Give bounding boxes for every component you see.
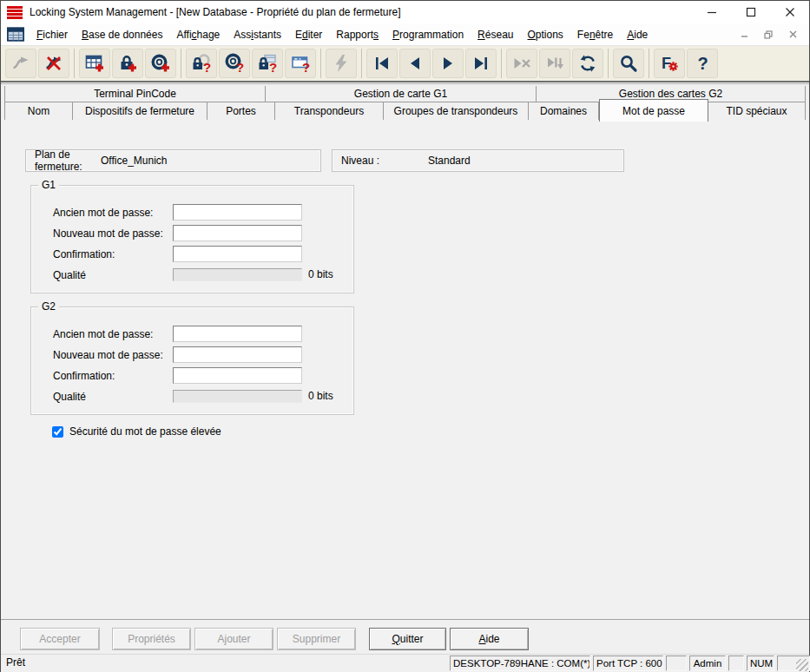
filter-settings-icon: F <box>659 53 680 74</box>
g2-quality-bits: 0 bits <box>308 390 333 402</box>
g1-old-password-row: Ancien mot de passe: <box>31 204 353 221</box>
menu-base-de-donnees[interactable]: Base de données <box>75 25 169 44</box>
menu-aide[interactable]: Aide <box>620 25 655 44</box>
new-transponder-button[interactable] <box>145 49 176 78</box>
g1-new-password-row: Nouveau mot de passe: <box>31 225 353 242</box>
tab-transpondeurs[interactable]: Transpondeurs <box>275 102 384 121</box>
quitter-button[interactable]: Quitter <box>369 628 446 650</box>
last-record-icon <box>471 53 491 74</box>
g2-quality-label: Qualité <box>53 391 86 403</box>
next-record-button[interactable] <box>432 49 464 78</box>
high-security-checkbox[interactable] <box>52 426 63 438</box>
document-icon <box>7 27 24 42</box>
skip-down-button[interactable] <box>539 49 570 78</box>
g1-old-password-input[interactable] <box>173 204 302 221</box>
tab-dispositifs-de-fermeture[interactable]: Dispositifs de fermeture <box>73 102 207 121</box>
read-lock-remote-icon: ? <box>257 53 278 74</box>
g1-new-password-label: Nouveau mot de passe: <box>53 227 163 240</box>
mdi-restore-button[interactable] <box>759 27 778 43</box>
skip-down-icon <box>544 53 565 74</box>
tab-domaines[interactable]: Domaines <box>529 102 599 121</box>
high-security-row: Sécurité du mot de passe élevée <box>52 425 221 438</box>
maximize-icon <box>746 7 756 17</box>
menu-programmation[interactable]: Programmation <box>385 25 471 44</box>
tab-groupes-de-transpondeurs[interactable]: Groupes de transpondeurs <box>384 102 529 121</box>
skip-cancel-button[interactable] <box>506 49 537 78</box>
menu-affichage[interactable]: Affichage <box>169 25 227 44</box>
toolbar-separator <box>320 49 321 78</box>
read-transponder-button[interactable]: ? <box>219 49 250 78</box>
disconnect-button[interactable] <box>38 49 69 78</box>
status-num-lock-panel: NUM <box>747 656 774 671</box>
mdi-restore-icon <box>764 30 773 39</box>
filter-settings-button[interactable]: F <box>654 49 685 78</box>
tab-gestion-carte-g1[interactable]: Gestion de carte G1 <box>266 86 537 102</box>
aide-button[interactable]: Aide <box>450 628 529 650</box>
new-transponder-icon <box>150 53 171 74</box>
window-title: Locking System Management - [New Databas… <box>30 6 401 18</box>
status-tcp-port-panel: Port TCP : 6001 <box>593 656 663 671</box>
accepter-button[interactable]: Accepter <box>20 628 100 650</box>
read-lock-button[interactable]: ? <box>186 49 217 78</box>
help-button[interactable]: ? <box>687 49 718 78</box>
status-host-panel: DESKTOP-789HANE : COM(*) <box>450 656 590 671</box>
read-lock-remote-button[interactable]: ? <box>252 49 283 78</box>
proprietes-button[interactable]: Propriétés <box>112 628 191 650</box>
level-field: Niveau : Standard <box>332 149 624 172</box>
mdi-close-button[interactable] <box>783 27 802 43</box>
tab-tid-speciaux[interactable]: TID spéciaux <box>708 102 806 121</box>
close-icon <box>785 7 795 17</box>
toolbar-separator <box>501 49 502 78</box>
first-record-button[interactable] <box>366 49 398 78</box>
g1-groupbox: G1 Ancien mot de passe: Nouveau mot de p… <box>30 185 354 293</box>
menu-editer[interactable]: Editer <box>288 25 329 44</box>
svg-text:?: ? <box>302 60 310 75</box>
g1-quality-label: Qualité <box>53 269 86 281</box>
tab-portes[interactable]: Portes <box>207 102 275 121</box>
high-security-label: Sécurité du mot de passe élevée <box>69 425 221 438</box>
g2-old-password-input[interactable] <box>173 326 302 342</box>
tab-terminal-pincode[interactable]: Terminal PinCode <box>4 86 266 102</box>
connect-button[interactable] <box>5 49 36 78</box>
mdi-minimize-button[interactable] <box>734 27 754 43</box>
tab-mot-de-passe[interactable]: Mot de passe <box>599 99 708 122</box>
g2-confirm-password-input[interactable] <box>173 367 302 384</box>
menu-fenetre[interactable]: Fenêtre <box>570 25 620 44</box>
previous-record-button[interactable] <box>399 49 431 78</box>
read-card-button[interactable]: ? <box>285 49 316 78</box>
close-button[interactable] <box>770 1 809 23</box>
menu-assistants[interactable]: Assistants <box>227 25 288 44</box>
search-button[interactable] <box>613 49 644 78</box>
toolbar-separator <box>608 49 609 78</box>
g2-new-password-input[interactable] <box>173 346 302 363</box>
status-empty-panel-2 <box>728 656 744 671</box>
minimize-button[interactable] <box>692 1 731 23</box>
mdi-minimize-icon <box>741 30 748 38</box>
ajouter-button[interactable]: Ajouter <box>194 628 273 650</box>
menu-rapports[interactable]: Rapports <box>329 25 385 44</box>
program-button[interactable] <box>326 49 357 78</box>
last-record-button[interactable] <box>465 49 497 78</box>
g1-confirm-password-input[interactable] <box>173 246 302 262</box>
g2-quality-bar <box>173 390 302 403</box>
supprimer-button[interactable]: Supprimer <box>277 628 356 650</box>
tab-nom[interactable]: Nom <box>4 102 73 121</box>
menu-bar: Fichier Base de données Affichage Assist… <box>1 23 809 46</box>
g2-old-password-row: Ancien mot de passe: <box>31 326 353 343</box>
svg-text:?: ? <box>203 60 211 75</box>
maximize-button[interactable] <box>731 1 770 23</box>
status-user-panel: Admin <box>689 656 726 671</box>
new-lock-button[interactable] <box>112 49 143 78</box>
refresh-button[interactable] <box>572 49 603 78</box>
menu-fichier[interactable]: Fichier <box>30 25 75 44</box>
svg-text:?: ? <box>236 60 244 75</box>
menu-reseau[interactable]: Réseau <box>471 25 520 44</box>
new-locking-system-button[interactable] <box>79 49 110 78</box>
minimize-icon <box>707 7 717 17</box>
resize-grip[interactable] <box>796 659 808 671</box>
g2-groupbox: G2 Ancien mot de passe: Nouveau mot de p… <box>30 306 354 415</box>
menu-options[interactable]: Options <box>520 25 570 44</box>
locking-plan-value: Office_Munich <box>101 155 167 167</box>
g1-new-password-input[interactable] <box>173 225 302 241</box>
title-bar: Locking System Management - [New Databas… <box>1 1 809 23</box>
